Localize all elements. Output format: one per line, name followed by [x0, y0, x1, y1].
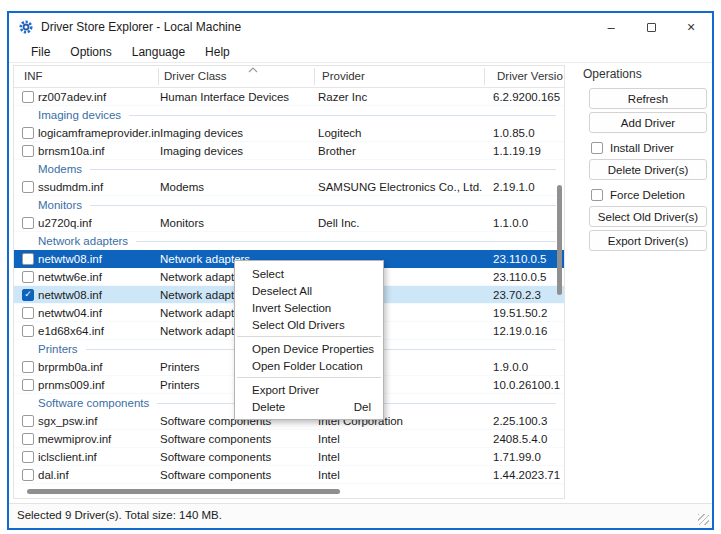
window-title: Driver Store Explorer - Local Machine [41, 20, 241, 34]
driver-class-cell: Software components [160, 451, 318, 463]
export-driver-s-button[interactable]: Export Driver(s) [589, 230, 707, 251]
app-gear-icon [18, 19, 34, 35]
row-checkbox[interactable] [22, 379, 34, 391]
inf-cell: mewmiprov.inf [34, 433, 160, 445]
row-checkbox[interactable] [22, 271, 34, 283]
horizontal-scrollbar[interactable] [27, 489, 340, 494]
row-checkbox[interactable] [22, 433, 34, 445]
menu-item-delete[interactable]: DeleteDel [235, 398, 383, 415]
list-header: INF Driver Class Provider Driver Versio [14, 66, 564, 88]
column-header-driver-version[interactable]: Driver Versio [497, 70, 563, 82]
table-row[interactable]: logicamframeprovider.infImaging devicesL… [14, 124, 564, 142]
provider-cell: SAMSUNG Electronics Co., Ltd. [318, 181, 493, 193]
menu-item-deselect-all[interactable]: Deselect All [235, 282, 383, 299]
group-label: Printers [38, 343, 78, 355]
inf-cell: u2720q.inf [34, 217, 160, 229]
menubar-item-help[interactable]: Help [195, 42, 240, 62]
refresh-button[interactable]: Refresh [589, 88, 707, 109]
driver-class-cell: Imaging devices [160, 145, 318, 157]
table-row[interactable]: mewmiprov.infSoftware componentsIntel240… [14, 430, 564, 448]
row-checkbox[interactable] [22, 181, 34, 193]
row-checkbox[interactable] [22, 361, 34, 373]
force-deletion-checkbox-row: Force Deletion [591, 188, 685, 202]
table-row[interactable]: dal.infSoftware componentsIntel1.44.2023… [14, 466, 564, 484]
row-checkbox[interactable] [22, 469, 34, 481]
menubar-item-language[interactable]: Language [122, 42, 195, 62]
column-divider [484, 68, 485, 85]
group-label: Modems [38, 163, 82, 175]
driver-class-cell: Software components [160, 469, 318, 481]
column-header-inf[interactable]: INF [24, 70, 43, 82]
menu-item-label: Export Driver [252, 384, 319, 396]
row-checkbox[interactable] [22, 451, 34, 463]
version-cell: 2408.5.4.0 [493, 433, 564, 445]
menu-item-label: Select Old Drivers [252, 319, 345, 331]
row-checkbox[interactable] [22, 127, 34, 139]
menu-separator [237, 336, 381, 337]
menu-item-shortcut: Del [354, 401, 371, 413]
force-deletion-checkbox[interactable] [591, 189, 603, 201]
vertical-scrollbar[interactable] [557, 185, 562, 295]
operations-title: Operations [583, 67, 642, 81]
table-row[interactable]: ssudmdm.infModemsSAMSUNG Electronics Co.… [14, 178, 564, 196]
menu-item-open-folder-location[interactable]: Open Folder Location [235, 357, 383, 374]
row-checkbox[interactable] [22, 307, 34, 319]
status-text: Selected 9 Driver(s). Total size: 140 MB… [17, 509, 222, 521]
menu-item-label: Open Folder Location [252, 360, 363, 372]
version-cell: 23.70.2.3 [493, 289, 564, 301]
group-divider-line [136, 241, 556, 242]
menu-item-select-old-drivers[interactable]: Select Old Drivers [235, 316, 383, 333]
table-row[interactable]: brnsm10a.infImaging devicesBrother1.1.19… [14, 142, 564, 160]
maximize-button[interactable] [631, 13, 671, 41]
inf-cell: netwtw6e.inf [34, 271, 160, 283]
add-driver-button[interactable]: Add Driver [589, 112, 707, 133]
provider-cell: Razer Inc [318, 91, 493, 103]
install-driver-checkbox[interactable] [591, 142, 603, 154]
column-divider [158, 68, 159, 85]
menubar-item-options[interactable]: Options [60, 42, 121, 62]
version-cell: 1.1.0.0 [493, 217, 564, 229]
column-header-provider[interactable]: Provider [322, 70, 365, 82]
select-old-driver-s-button[interactable]: Select Old Driver(s) [589, 206, 707, 227]
menu-item-export-driver[interactable]: Export Driver [235, 381, 383, 398]
inf-cell: dal.inf [34, 469, 160, 481]
row-checkbox[interactable] [22, 415, 34, 427]
row-checkbox[interactable] [22, 325, 34, 337]
provider-cell: Intel [318, 451, 493, 463]
version-cell: 1.71.99.0 [493, 451, 564, 463]
table-row[interactable]: iclsclient.infSoftware componentsIntel1.… [14, 448, 564, 466]
group-label: Imaging devices [38, 109, 121, 121]
menu-item-invert-selection[interactable]: Invert Selection [235, 299, 383, 316]
version-cell: 23.110.0.5 [493, 271, 564, 283]
version-cell: 1.1.19.19 [493, 145, 564, 157]
menu-item-label: Delete [252, 401, 285, 413]
menubar-item-file[interactable]: File [21, 42, 60, 62]
group-label: Software components [38, 397, 149, 409]
driver-class-cell: Software components [160, 433, 318, 445]
inf-cell: netwtw08.inf [34, 289, 160, 301]
menu-separator [237, 377, 381, 378]
version-cell: 1.0.85.0 [493, 127, 564, 139]
version-cell: 2.25.100.3 [493, 415, 564, 427]
inf-cell: netwtw08.inf [34, 253, 160, 265]
sort-ascending-icon [248, 67, 258, 73]
table-row[interactable]: rz007adev.infHuman Interface DevicesRaze… [14, 88, 564, 106]
column-divider [314, 68, 315, 85]
row-checkbox[interactable] [22, 91, 34, 103]
resize-grip-icon[interactable] [698, 514, 709, 525]
inf-cell: sgx_psw.inf [34, 415, 160, 427]
row-checkbox[interactable]: ✓ [22, 289, 34, 301]
column-header-driver-class[interactable]: Driver Class [164, 70, 227, 82]
version-cell: 12.19.0.16 [493, 325, 564, 337]
group-label: Monitors [38, 199, 82, 211]
close-button[interactable]: × [671, 13, 711, 41]
table-row[interactable]: u2720q.infMonitorsDell Inc.1.1.0.0 [14, 214, 564, 232]
menu-item-open-device-properties[interactable]: Open Device Properties [235, 340, 383, 357]
row-checkbox[interactable] [22, 145, 34, 157]
row-checkbox[interactable] [22, 253, 34, 265]
minimize-button[interactable]: – [591, 13, 631, 41]
row-checkbox[interactable] [22, 217, 34, 229]
menu-item-select[interactable]: Select [235, 265, 383, 282]
delete-driver-s-button[interactable]: Delete Driver(s) [589, 159, 707, 180]
status-bar: Selected 9 Driver(s). Total size: 140 MB… [9, 503, 712, 528]
